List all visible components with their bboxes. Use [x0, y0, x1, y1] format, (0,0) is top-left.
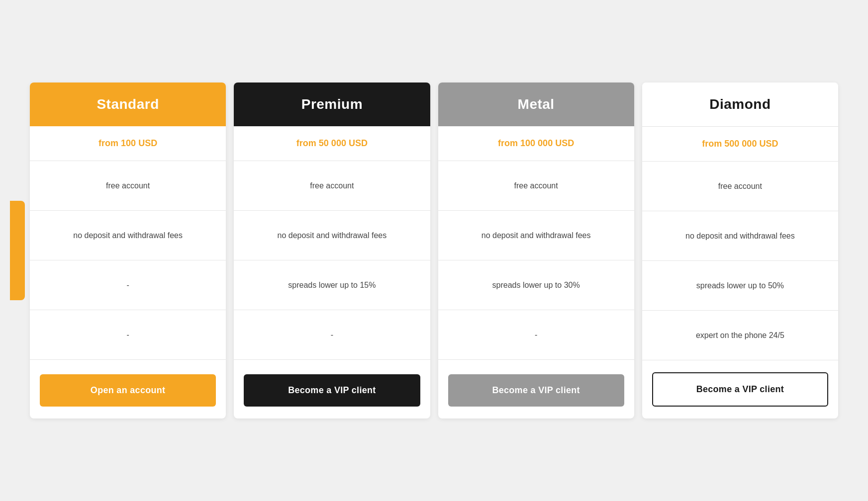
standard-price: from 100 USD — [98, 138, 157, 148]
metal-body: from 100 000 USDfree accountno deposit a… — [438, 126, 634, 362]
standard-title: Standard — [96, 96, 159, 112]
premium-title: Premium — [301, 96, 363, 112]
standard-feature-3: - — [30, 310, 226, 360]
premium-cta-button[interactable]: Become a VIP client — [244, 374, 420, 407]
premium-feature-3: - — [234, 310, 430, 360]
diamond-price-section: from 500 000 USD — [642, 127, 838, 162]
premium-header: Premium — [234, 83, 430, 126]
metal-title: Metal — [518, 96, 555, 112]
standard-feature-0: free account — [30, 161, 226, 211]
metal-feature-1: no deposit and withdrawal fees — [438, 211, 634, 260]
metal-cta-button[interactable]: Become a VIP client — [448, 374, 624, 407]
standard-cta-button[interactable]: Open an account — [40, 374, 216, 407]
standard-price-section: from 100 USD — [30, 126, 226, 161]
metal-feature-2: spreads lower up to 30% — [438, 260, 634, 310]
diamond-feature-2: spreads lower up to 50% — [642, 261, 838, 311]
premium-body: from 50 000 USDfree accountno deposit an… — [234, 126, 430, 362]
premium-price: from 50 000 USD — [296, 138, 368, 148]
standard-header: Standard — [30, 83, 226, 126]
standard-footer: Open an account — [30, 362, 226, 418]
diamond-title: Diamond — [709, 96, 771, 112]
premium-footer: Become a VIP client — [234, 362, 430, 418]
diamond-feature-1: no deposit and withdrawal fees — [642, 211, 838, 261]
diamond-footer: Become a VIP client — [642, 360, 838, 418]
standard-feature-1: no deposit and withdrawal fees — [30, 211, 226, 260]
metal-price-section: from 100 000 USD — [438, 126, 634, 161]
card-diamond: Diamondfrom 500 000 USDfree accountno de… — [642, 83, 838, 418]
diamond-feature-3: expert on the phone 24/5 — [642, 311, 838, 360]
pricing-container: Standardfrom 100 USDfree accountno depos… — [10, 73, 858, 428]
metal-price: from 100 000 USD — [498, 138, 574, 148]
diamond-cta-button[interactable]: Become a VIP client — [652, 372, 828, 407]
card-premium: Premiumfrom 50 000 USDfree accountno dep… — [234, 83, 430, 418]
diamond-feature-0: free account — [642, 162, 838, 211]
premium-feature-2: spreads lower up to 15% — [234, 260, 430, 310]
standard-body: from 100 USDfree accountno deposit and w… — [30, 126, 226, 362]
diamond-header: Diamond — [642, 83, 838, 127]
premium-price-section: from 50 000 USD — [234, 126, 430, 161]
metal-feature-0: free account — [438, 161, 634, 211]
card-standard: Standardfrom 100 USDfree accountno depos… — [30, 83, 226, 418]
card-metal: Metalfrom 100 000 USDfree accountno depo… — [438, 83, 634, 418]
premium-feature-0: free account — [234, 161, 430, 211]
metal-feature-3: - — [438, 310, 634, 360]
metal-header: Metal — [438, 83, 634, 126]
metal-footer: Become a VIP client — [438, 362, 634, 418]
decorative-bar — [10, 201, 25, 300]
standard-feature-2: - — [30, 260, 226, 310]
diamond-price: from 500 000 USD — [702, 139, 778, 149]
premium-feature-1: no deposit and withdrawal fees — [234, 211, 430, 260]
diamond-body: from 500 000 USDfree accountno deposit a… — [642, 127, 838, 360]
